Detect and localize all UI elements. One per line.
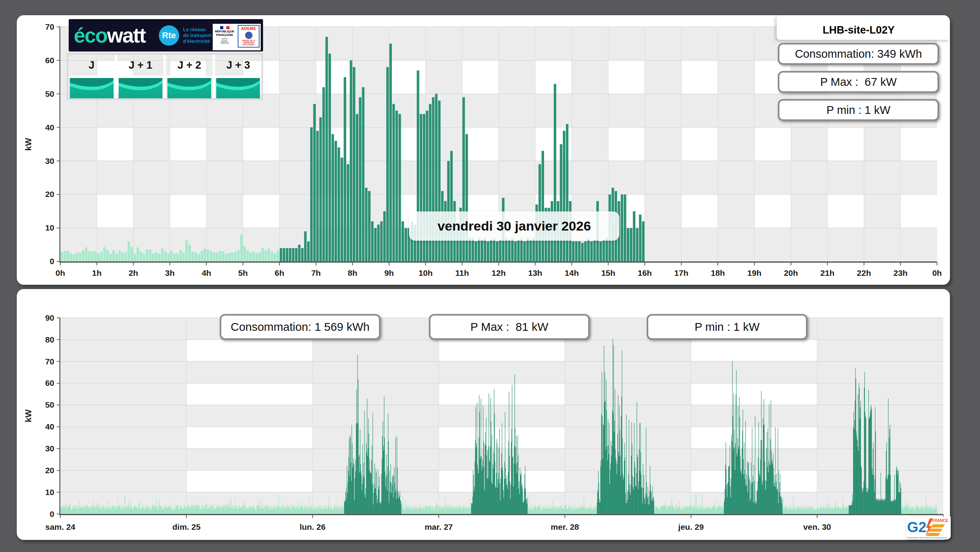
svg-text:50: 50 [45,89,54,98]
svg-text:6h: 6h [275,268,285,277]
svg-text:9h: 9h [384,268,394,277]
svg-text:ven. 30: ven. 30 [803,522,831,531]
svg-text:17h: 17h [674,268,688,277]
svg-text:0: 0 [50,509,54,518]
svg-text:7h: 7h [311,268,321,277]
svg-text:1h: 1h [92,268,102,277]
svg-text:60: 60 [45,378,54,387]
svg-text:21h: 21h [820,268,834,277]
svg-text:5h: 5h [238,268,248,277]
svg-text:18h: 18h [711,268,725,277]
svg-text:60: 60 [45,56,54,65]
svg-text:jeu. 29: jeu. 29 [678,522,704,531]
svg-text:mer. 28: mer. 28 [551,522,579,531]
svg-text:70: 70 [45,357,54,366]
svg-text:dim. 25: dim. 25 [173,522,201,531]
svg-text:20: 20 [45,466,54,475]
svg-text:20: 20 [45,190,54,199]
svg-text:40: 40 [45,422,54,431]
svg-text:70: 70 [45,22,54,31]
svg-text:sam. 24: sam. 24 [45,522,75,531]
svg-text:kW: kW [23,409,33,422]
svg-text:4h: 4h [202,268,212,277]
svg-text:80: 80 [45,335,54,344]
svg-text:22h: 22h [857,268,871,277]
svg-text:30: 30 [45,156,54,165]
svg-text:19h: 19h [747,268,761,277]
svg-text:FRANCE: FRANCE [932,518,948,523]
svg-text:50: 50 [45,400,54,409]
svg-text:3h: 3h [165,268,175,277]
svg-text:40: 40 [45,123,54,132]
svg-text:23h: 23h [893,268,907,277]
svg-text:30: 30 [45,444,54,453]
svg-text:10: 10 [45,488,54,497]
svg-text:kW: kW [23,138,33,151]
svg-text:14h: 14h [565,268,579,277]
svg-text:10h: 10h [418,268,432,277]
svg-text:mar. 27: mar. 27 [425,522,453,531]
svg-text:13h: 13h [528,268,542,277]
svg-text:12h: 12h [492,268,506,277]
svg-text:2h: 2h [128,268,138,277]
svg-text:20h: 20h [784,268,798,277]
svg-text:15h: 15h [601,268,615,277]
svg-text:lun. 26: lun. 26 [300,522,326,531]
svg-text:G2: G2 [907,519,926,535]
svg-text:90: 90 [45,313,54,322]
svg-text:8h: 8h [348,268,357,277]
svg-text:Optimisation des ressources én: Optimisation des ressources énergétiques [907,536,948,539]
svg-text:0h: 0h [55,268,65,277]
svg-text:0: 0 [50,257,54,266]
svg-text:10: 10 [45,223,54,232]
svg-text:0h: 0h [932,268,942,277]
svg-text:11h: 11h [455,268,469,277]
svg-text:16h: 16h [638,268,652,277]
